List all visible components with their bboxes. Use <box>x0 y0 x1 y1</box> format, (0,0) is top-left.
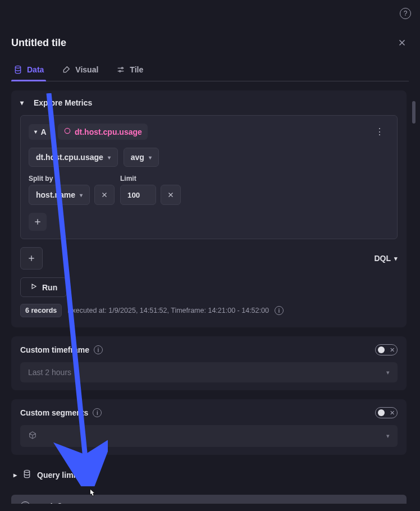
dql-label: DQL <box>374 254 391 263</box>
database-icon <box>13 65 22 74</box>
limit-clear-button[interactable] <box>161 185 181 205</box>
chevron-right-icon: › <box>395 502 398 504</box>
custom-segments-toggle[interactable]: ✕ <box>375 407 398 418</box>
metric-options-menu[interactable]: ⋮ <box>371 124 389 139</box>
sliders-icon <box>116 65 125 74</box>
metric-select-dropdown[interactable]: dt.host.cpu.usage ▾ <box>29 148 118 167</box>
metric-header-text: dt.host.cpu.usage <box>75 127 142 136</box>
chevron-down-icon: ▾ <box>149 154 152 161</box>
metric-header-pill[interactable]: dt.host.cpu.usage <box>58 124 148 140</box>
play-icon <box>30 282 38 292</box>
limit-input[interactable] <box>120 185 156 205</box>
custom-segments-label: Custom segments <box>20 408 88 417</box>
section-title: Explore Metrics <box>34 98 92 107</box>
tab-label: Tile <box>130 65 143 74</box>
chevron-down-icon: ▾ <box>386 432 390 440</box>
series-collapse-pill[interactable]: ▾ A <box>29 124 52 140</box>
dql-toggle[interactable]: DQL ▾ <box>374 254 398 263</box>
aggregation-value: avg <box>131 153 144 162</box>
cube-icon <box>28 431 37 441</box>
splitby-value: host.name <box>36 190 75 199</box>
run-button[interactable]: Run <box>20 277 67 297</box>
info-icon[interactable]: i <box>94 345 103 354</box>
close-icon: ✕ <box>390 409 395 417</box>
chevron-down-icon: ▾ <box>386 369 390 376</box>
tab-data[interactable]: Data <box>11 61 46 81</box>
close-button[interactable] <box>395 36 409 49</box>
tab-label: Visual <box>75 65 98 74</box>
segments-dropdown-disabled: ▾ <box>20 425 398 447</box>
explore-metrics-header[interactable]: ▾ Explore Metrics <box>20 98 398 107</box>
tab-label: Data <box>27 65 44 74</box>
chevron-down-icon: ▾ <box>80 192 83 198</box>
custom-segments-section: Custom segments i ✕ ▾ <box>11 399 407 455</box>
davis-icon <box>20 501 30 504</box>
query-limits-section[interactable]: ▸ Query limits <box>11 464 407 486</box>
svg-point-3 <box>24 470 29 472</box>
query-limits-label: Query limits <box>37 471 83 480</box>
tab-bar: Data Visual Tile <box>11 61 409 81</box>
records-badge: 6 records <box>20 304 62 317</box>
davis-ai-button[interactable]: Davis® AI › <box>11 495 407 504</box>
scrollbar[interactable] <box>412 101 416 124</box>
custom-timeframe-label: Custom timeframe <box>20 345 89 354</box>
davis-label: Davis® AI <box>36 502 72 504</box>
tab-tile[interactable]: Tile <box>114 61 145 81</box>
custom-timeframe-section: Custom timeframe i ✕ Last 2 hours ▾ <box>11 336 407 390</box>
metric-card: ▾ A dt.host.cpu.usage ⋮ dt.host.cpu.usag… <box>20 115 398 239</box>
close-icon: ✕ <box>390 346 395 354</box>
chevron-right-icon: ▸ <box>13 471 17 479</box>
brush-icon <box>62 65 71 74</box>
run-label: Run <box>42 283 57 292</box>
timeframe-dropdown-disabled: Last 2 hours ▾ <box>20 362 398 382</box>
add-filter-button[interactable] <box>29 213 47 231</box>
database-icon <box>22 469 31 480</box>
aggregation-dropdown[interactable]: avg ▾ <box>124 148 159 167</box>
page-title: Untitled tile <box>11 37 66 49</box>
chevron-down-icon: ▾ <box>108 154 111 161</box>
explore-metrics-section: ▾ Explore Metrics ▾ A dt.host.cpu.usage <box>11 90 407 327</box>
add-metric-button[interactable] <box>20 247 43 270</box>
chevron-down-icon: ▾ <box>34 129 37 135</box>
limit-label: Limit <box>120 175 181 182</box>
svg-point-1 <box>122 67 124 69</box>
executed-text: Executed at: 1/9/2025, 14:51:52, Timefra… <box>67 307 269 314</box>
tab-visual[interactable]: Visual <box>60 61 101 81</box>
svg-point-0 <box>15 66 20 68</box>
splitby-clear-button[interactable] <box>94 185 115 205</box>
signal-icon <box>63 127 71 136</box>
timeframe-value: Last 2 hours <box>28 368 71 377</box>
help-icon[interactable]: ? <box>400 8 411 19</box>
series-letter: A <box>40 127 46 136</box>
custom-timeframe-toggle[interactable]: ✕ <box>375 344 398 355</box>
svg-point-2 <box>120 70 121 72</box>
toggle-knob <box>378 346 385 353</box>
metric-select-value: dt.host.cpu.usage <box>36 153 103 162</box>
info-icon[interactable]: i <box>275 306 284 315</box>
info-icon[interactable]: i <box>93 408 102 417</box>
chevron-down-icon: ▾ <box>394 255 398 262</box>
splitby-label: Split by <box>29 175 115 182</box>
toggle-knob <box>378 409 385 416</box>
splitby-dropdown[interactable]: host.name ▾ <box>29 185 90 205</box>
chevron-down-icon: ▾ <box>20 99 28 107</box>
